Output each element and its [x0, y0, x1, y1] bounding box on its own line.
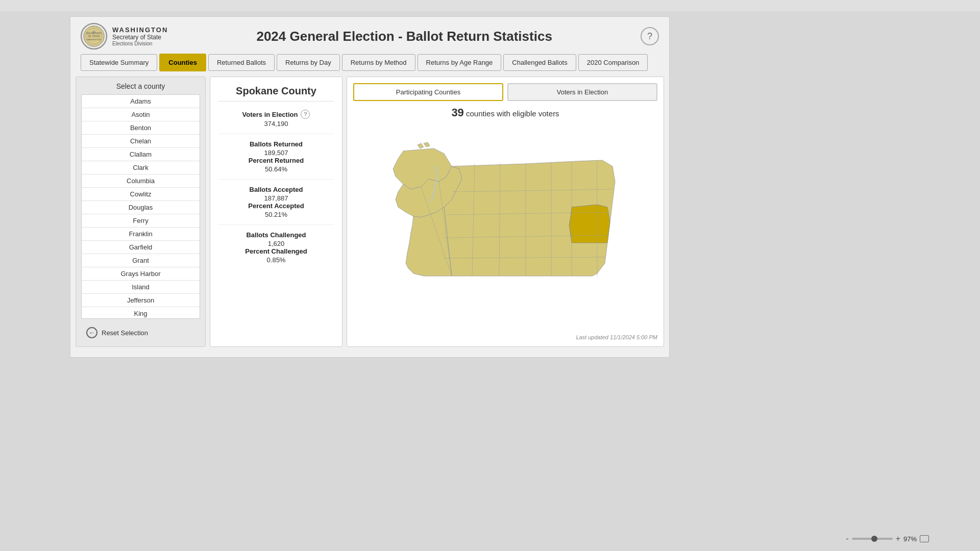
- returned-value: 189,507: [218, 149, 334, 157]
- county-list-title: Select a county: [81, 82, 200, 90]
- svg-text:OF STATE: OF STATE: [88, 35, 100, 38]
- returned-group: Ballots Returned 189,507 Percent Returne…: [218, 140, 334, 180]
- reset-icon: ←: [86, 327, 97, 338]
- challenged-label: Ballots Challenged: [218, 231, 334, 239]
- zoom-bar: - + 97%: [846, 534, 929, 543]
- county-item-columbia[interactable]: Columbia: [82, 174, 200, 188]
- county-item-franklin[interactable]: Franklin: [82, 228, 200, 241]
- reset-button[interactable]: ← Reset Selection: [81, 324, 200, 341]
- org-secretary: Secretary of State: [112, 34, 168, 41]
- zoom-minus-button[interactable]: -: [846, 534, 848, 543]
- county-item-ferry[interactable]: Ferry: [82, 214, 200, 228]
- voters-label: Voters in Election: [242, 111, 298, 118]
- accepted-group: Ballots Accepted 187,887 Percent Accepte…: [218, 186, 334, 225]
- stats-panel: Spokane County Voters in Election ? 374,…: [210, 77, 342, 347]
- svg-point-5: [92, 31, 95, 34]
- svg-marker-8: [424, 142, 430, 147]
- reset-label: Reset Selection: [102, 329, 148, 337]
- counties-count: 39: [451, 106, 463, 119]
- voters-group: Voters in Election ? 374,190: [218, 110, 334, 134]
- county-item-garfield[interactable]: Garfield: [82, 241, 200, 254]
- pct-challenged-label: Percent Challenged: [218, 247, 334, 255]
- map-tab-participating[interactable]: Participating Counties: [353, 83, 503, 101]
- map-tab-voters[interactable]: Voters in Election: [507, 83, 657, 101]
- tab-bymethod[interactable]: Returns by Method: [342, 54, 415, 71]
- county-item-adams[interactable]: Adams: [82, 95, 200, 108]
- county-item-chelan[interactable]: Chelan: [82, 135, 200, 148]
- county-list-panel: Select a county Adams Asotin Benton Chel…: [76, 77, 206, 347]
- county-item-grant[interactable]: Grant: [82, 254, 200, 267]
- voters-value: 374,190: [218, 120, 334, 128]
- zoom-percent: 97%: [903, 535, 917, 543]
- tab-byday[interactable]: Returns by Day: [277, 54, 340, 71]
- pct-challenged-value: 0.85%: [218, 256, 334, 264]
- zoom-handle[interactable]: [871, 536, 877, 542]
- zoom-icon: [920, 535, 929, 542]
- returned-label: Ballots Returned: [218, 140, 334, 148]
- tab-comparison[interactable]: 2020 Comparison: [578, 54, 648, 71]
- page-title: 2024 General Election - Ballot Return St…: [168, 29, 641, 44]
- pct-returned-value: 50.64%: [218, 165, 334, 173]
- tab-statewide[interactable]: Statewide Summary: [81, 54, 157, 71]
- counties-subtitle-text: counties with eligible voters: [466, 109, 559, 118]
- tab-counties[interactable]: Counties: [159, 54, 206, 71]
- challenged-group: Ballots Challenged 1,620 Percent Challen…: [218, 231, 334, 270]
- map-footer: Last updated 11/1/2024 5:00 PM: [353, 334, 657, 340]
- county-item-benton[interactable]: Benton: [82, 121, 200, 135]
- pct-returned-label: Percent Returned: [218, 157, 334, 164]
- county-item-island[interactable]: Island: [82, 281, 200, 294]
- map-subtitle: 39 counties with eligible voters: [353, 106, 657, 119]
- svg-marker-11: [406, 207, 452, 276]
- challenged-value: 1,620: [218, 240, 334, 247]
- zoom-plus-button[interactable]: +: [896, 534, 900, 543]
- map-panel: Participating Counties Voters in Electio…: [347, 77, 664, 347]
- pct-accepted-label: Percent Accepted: [218, 202, 334, 210]
- county-item-cowlitz[interactable]: Cowlitz: [82, 188, 200, 201]
- county-item-king[interactable]: King: [82, 307, 200, 319]
- tab-returned[interactable]: Returned Ballots: [208, 54, 275, 71]
- org-division: Elections Division: [112, 41, 168, 46]
- county-item-jefferson[interactable]: Jefferson: [82, 294, 200, 307]
- zoom-slider[interactable]: [852, 538, 893, 540]
- county-item-grays-harbor[interactable]: Grays Harbor: [82, 267, 200, 281]
- logo-seal: SECRETARY OF STATE WASHINGTON: [81, 23, 107, 49]
- map-tabs: Participating Counties Voters in Electio…: [353, 83, 657, 101]
- county-item-asotin[interactable]: Asotin: [82, 108, 200, 121]
- accepted-value: 187,887: [218, 194, 334, 202]
- county-item-clark[interactable]: Clark: [82, 161, 200, 174]
- svg-marker-7: [418, 143, 424, 148]
- county-item-clallam[interactable]: Clallam: [82, 148, 200, 161]
- tab-navigation: Statewide Summary Counties Returned Ball…: [70, 54, 669, 77]
- washington-map: [373, 141, 638, 314]
- map-container: [353, 123, 657, 331]
- county-item-douglas[interactable]: Douglas: [82, 201, 200, 214]
- accepted-label: Ballots Accepted: [218, 186, 334, 193]
- spokane-county-highlight: [569, 205, 610, 243]
- voters-info-icon[interactable]: ?: [301, 110, 310, 119]
- tab-challenged[interactable]: Challenged Ballots: [503, 54, 576, 71]
- county-list-scroll[interactable]: Adams Asotin Benton Chelan Clallam Clark…: [81, 94, 200, 319]
- help-button[interactable]: ?: [641, 27, 659, 45]
- last-updated: Last updated 11/1/2024 5:00 PM: [576, 334, 657, 340]
- org-washington: WASHINGTON: [112, 26, 168, 34]
- selected-county-name: Spokane County: [218, 85, 334, 102]
- logo-area: SECRETARY OF STATE WASHINGTON WASHINGTON…: [81, 23, 168, 49]
- svg-text:WASHINGTON: WASHINGTON: [87, 38, 101, 41]
- tab-byage[interactable]: Returns by Age Range: [418, 54, 502, 71]
- pct-accepted-value: 50.21%: [218, 211, 334, 218]
